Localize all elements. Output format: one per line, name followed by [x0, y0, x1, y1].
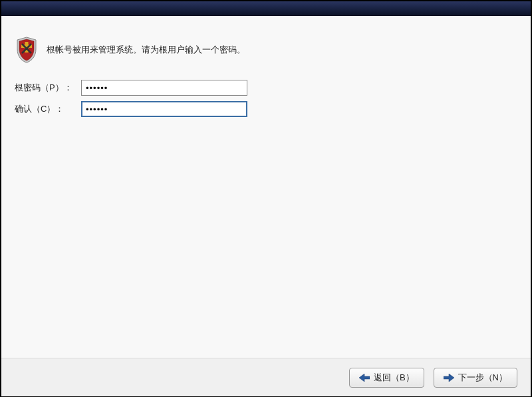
shield-icon — [15, 36, 39, 64]
titlebar — [1, 1, 531, 16]
confirm-row: 确认（C）： — [15, 101, 517, 117]
arrow-left-icon — [359, 374, 370, 382]
confirm-password-input[interactable] — [81, 101, 247, 117]
password-label: 根密码（P）： — [15, 82, 76, 94]
footer: 返回（B） 下一步（N） — [1, 358, 531, 396]
header-row: 根帐号被用来管理系统。请为根用户输入一个密码。 — [15, 36, 517, 64]
next-button[interactable]: 下一步（N） — [434, 368, 517, 388]
back-button-label: 返回（B） — [374, 372, 414, 384]
next-button-label: 下一步（N） — [458, 372, 507, 384]
confirm-label: 确认（C）： — [15, 103, 76, 115]
root-password-input[interactable] — [81, 80, 247, 96]
content-area: 根帐号被用来管理系统。请为根用户输入一个密码。 根密码（P）： 确认（C）： — [1, 16, 531, 358]
password-row: 根密码（P）： — [15, 80, 517, 96]
back-button[interactable]: 返回（B） — [349, 368, 424, 388]
instruction-text: 根帐号被用来管理系统。请为根用户输入一个密码。 — [47, 44, 245, 56]
installer-window: 根帐号被用来管理系统。请为根用户输入一个密码。 根密码（P）： 确认（C）： 返… — [1, 1, 531, 396]
arrow-right-icon — [444, 374, 454, 382]
